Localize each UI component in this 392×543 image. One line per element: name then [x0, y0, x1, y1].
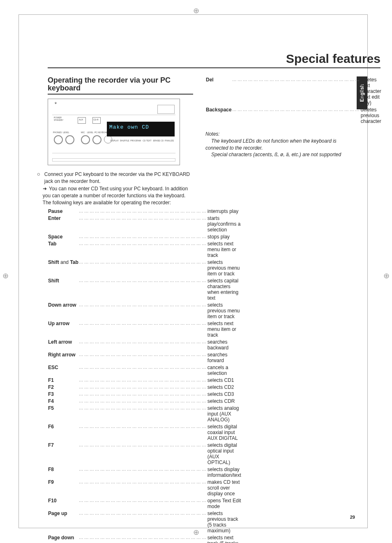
key-cell: F8: [48, 466, 78, 479]
leader-dots: ………………………………………………………………: [78, 351, 208, 364]
step-text: Connect your PC keyboard to the recorder…: [44, 171, 190, 184]
arrow-icon: ➜: [43, 186, 47, 192]
crop-mark-icon: ⊕: [383, 271, 390, 280]
key-cell: Space: [48, 233, 78, 240]
leader-dots: ………………………………………………………………: [78, 233, 208, 240]
key-cell: F7: [48, 442, 78, 466]
desc-cell: deletes next character (text edit only): [361, 76, 382, 106]
key-cell: Up arrow: [48, 320, 78, 339]
key-cell: Right arrow: [48, 351, 78, 364]
key-cell: F2: [48, 384, 78, 391]
key-cell: F10: [48, 497, 78, 510]
keyboard-table-right: Del………………………………………………………………deletes next …: [205, 76, 382, 125]
key-cell: Left arrow: [48, 339, 78, 351]
leader-dots: ………………………………………………………………: [78, 466, 208, 479]
step-bullet-icon: ○: [37, 171, 40, 206]
table-row: Del………………………………………………………………deletes next …: [205, 76, 382, 106]
desc-cell: selects previous track (5 tracks maximum…: [208, 510, 242, 534]
key-cell: Enter: [48, 215, 78, 233]
leader-dots: ………………………………………………………………: [78, 479, 208, 497]
key-cell: Pause: [48, 208, 78, 215]
key-cell: Tab: [48, 240, 78, 259]
leader-dots: ………………………………………………………………: [78, 398, 208, 405]
leader-dots: ………………………………………………………………: [78, 534, 208, 543]
leader-dots: ………………………………………………………………: [78, 302, 208, 320]
notes-block: Notes: The keyboard LEDs do not function…: [205, 131, 351, 158]
recorder-display: Make own CD: [107, 122, 175, 136]
note-line: The keyboard LEDs do not function when t…: [205, 138, 351, 152]
leader-dots: ………………………………………………………………: [232, 106, 361, 125]
desc-cell: selects next track (5 tracks maximum): [208, 534, 242, 543]
key-cell: Del: [205, 76, 232, 106]
key-cell: Shift: [48, 277, 78, 302]
leader-dots: ………………………………………………………………: [78, 442, 208, 466]
key-cell: F5: [48, 405, 78, 423]
table-row: Page down………………………………………………………………selects…: [48, 534, 242, 543]
leader-dots: ………………………………………………………………: [78, 208, 208, 215]
note-line: Special characters (accents, ß, ø, ä, et…: [205, 151, 351, 158]
left-column: Operating the recorder via your PC keybo…: [48, 76, 193, 511]
leader-dots: ………………………………………………………………: [78, 277, 208, 302]
notes-label: Notes:: [205, 131, 351, 138]
crop-mark-icon: ⊕: [2, 271, 9, 280]
right-column: Del………………………………………………………………deletes next …: [205, 76, 351, 511]
desc-cell: deletes previous character: [361, 106, 382, 125]
key-cell: F4: [48, 398, 78, 405]
leader-dots: ………………………………………………………………: [78, 339, 208, 351]
key-cell: F1: [48, 377, 78, 384]
key-cell: F6: [48, 423, 78, 442]
section-title: Operating the recorder via your PC keybo…: [48, 76, 193, 95]
leader-dots: ………………………………………………………………: [78, 423, 208, 442]
leader-dots: ………………………………………………………………: [78, 497, 208, 510]
leader-dots: ………………………………………………………………: [78, 391, 208, 398]
table-row: Page up………………………………………………………………selects p…: [48, 510, 242, 534]
recorder-figure: ⏻ POWERSTANDBY AUX CD-R PHONES LEVEL MIC…: [48, 99, 180, 165]
leader-dots: ………………………………………………………………: [78, 320, 208, 339]
leader-dots: ………………………………………………………………: [78, 215, 208, 233]
page-title: Special features: [48, 52, 380, 68]
key-cell: Page up: [48, 510, 78, 534]
key-cell: F9: [48, 479, 78, 497]
arrow-text: You can now enter CD Text using your PC …: [43, 186, 188, 206]
page-number: 29: [350, 515, 355, 520]
key-cell: Backspace: [205, 106, 232, 125]
key-cell: Down arrow: [48, 302, 78, 320]
leader-dots: ………………………………………………………………: [232, 76, 361, 106]
leader-dots: ………………………………………………………………: [78, 377, 208, 384]
page-frame: Special features English Operating the r…: [18, 14, 368, 528]
table-row: Backspace………………………………………………………………deletes…: [205, 106, 382, 125]
leader-dots: ………………………………………………………………: [78, 384, 208, 391]
leader-dots: ………………………………………………………………: [78, 259, 208, 277]
leader-dots: ………………………………………………………………: [78, 240, 208, 259]
leader-dots: ………………………………………………………………: [78, 405, 208, 423]
key-cell: F3: [48, 391, 78, 398]
leader-dots: ………………………………………………………………: [78, 510, 208, 534]
crop-mark-icon: ⊕: [193, 6, 199, 15]
key-cell: ESC: [48, 364, 78, 377]
leader-dots: ………………………………………………………………: [78, 364, 208, 377]
key-cell: Shift and Tab: [48, 259, 78, 277]
key-cell: Page down: [48, 534, 78, 543]
